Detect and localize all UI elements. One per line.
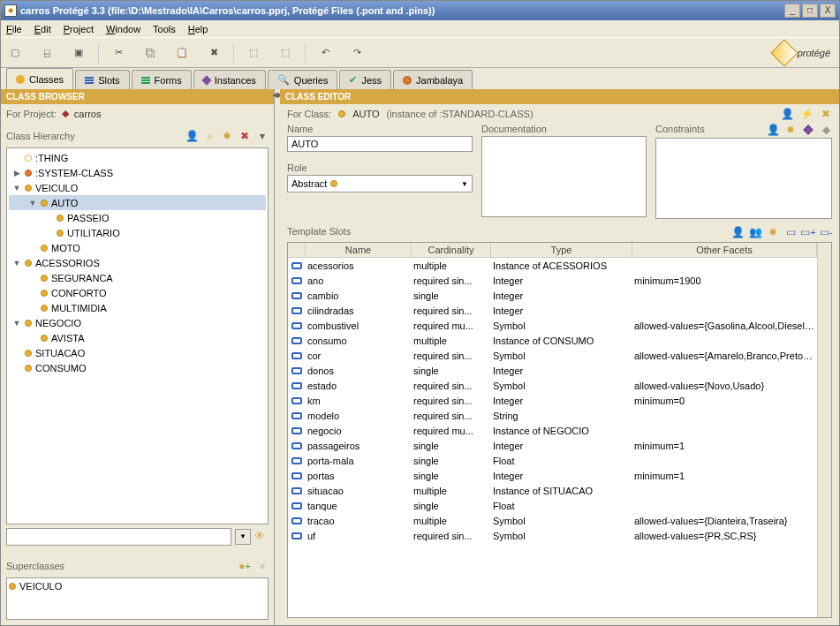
tab-classes[interactable]: Classes — [6, 68, 73, 89]
table-row[interactable]: combustivelrequired mu...Symbolallowed-v… — [288, 318, 817, 333]
save-icon[interactable]: ▣ — [70, 44, 87, 62]
link-tool-icon[interactable]: ⟐ — [203, 130, 216, 142]
tab-slots[interactable]: Slots — [75, 70, 129, 89]
remove-superclass-icon[interactable]: ● — [256, 560, 269, 572]
expand-icon[interactable]: ▼ — [12, 184, 21, 192]
tree-node[interactable]: ▼VEICULO — [9, 180, 266, 195]
tab-jambalaya[interactable]: Jambalaya — [393, 70, 473, 89]
tab-instances[interactable]: Instances — [193, 70, 266, 89]
table-row[interactable]: correquired sin...Symbolallowed-values={… — [288, 348, 817, 363]
tree-node[interactable]: ▼ACESSORIOS — [9, 255, 266, 270]
close-button[interactable]: X — [820, 4, 836, 18]
view-tool-icon[interactable]: 👤 — [781, 108, 793, 120]
new-tool-icon[interactable]: ✸ — [784, 124, 797, 136]
table-row[interactable]: acessoriosmultipleInstance of ACESSORIOS — [288, 258, 817, 273]
redo-icon[interactable]: ↷ — [348, 44, 366, 62]
view-tool-icon[interactable]: 👤 — [731, 226, 744, 238]
view-tool-icon[interactable]: 👤 — [767, 124, 779, 136]
column-type[interactable]: Type — [491, 243, 632, 258]
expand-icon[interactable]: ▼ — [12, 319, 21, 328]
diamond-add-icon[interactable]: ◆ — [820, 124, 832, 136]
copy-icon[interactable]: ⿻ — [141, 44, 159, 62]
bolt-tool-icon[interactable]: ⚡ — [800, 108, 813, 120]
table-row[interactable]: anorequired sin...Integerminimum=1900 — [288, 273, 817, 288]
tab-forms[interactable]: Forms — [132, 70, 192, 89]
menu-window[interactable]: Window — [106, 24, 140, 34]
tree-node[interactable]: MOTO — [9, 240, 266, 255]
maximize-button[interactable]: □ — [802, 4, 818, 18]
table-row[interactable]: tanquesingleFloat — [288, 498, 817, 513]
diamond-tool-icon[interactable] — [802, 124, 814, 136]
table-row[interactable]: estadorequired sin...Symbolallowed-value… — [288, 378, 817, 393]
tab-jess[interactable]: ✔Jess — [339, 70, 391, 89]
titlebar[interactable]: ◆ carros Protégé 3.3 (file:\D:\Mestrado\… — [1, 1, 839, 20]
new-tool-icon[interactable]: ✸ — [767, 226, 779, 238]
table-row[interactable]: tracaomultipleSymbolallowed-values={Dian… — [288, 513, 817, 528]
constraints-list[interactable] — [655, 138, 832, 219]
table-row[interactable]: negociorequired mu...Instance of NEGOCIO — [288, 423, 817, 438]
tree-node[interactable]: CONFORTO — [9, 285, 266, 300]
table-row[interactable]: modelorequired sin...String — [288, 408, 817, 423]
delete-tool-icon[interactable]: ✖ — [238, 130, 251, 142]
close-tool-icon[interactable]: ✖ — [820, 108, 832, 120]
vertical-scrollbar[interactable] — [817, 243, 831, 617]
tree-node[interactable]: ▶:SYSTEM-CLASS — [9, 165, 266, 180]
archive-in-icon[interactable]: ⬚ — [245, 44, 262, 62]
divider[interactable] — [1, 547, 274, 551]
menu-help[interactable]: Help — [188, 24, 208, 34]
slot-tool-icon[interactable]: ▭ — [784, 226, 797, 238]
documentation-input[interactable] — [481, 136, 647, 217]
expand-icon[interactable]: ▼ — [12, 259, 21, 268]
list-item[interactable]: VEICULO — [7, 578, 268, 593]
search-dropdown-button[interactable]: ▼ — [235, 529, 251, 545]
slot-add-icon[interactable]: ▭+ — [802, 226, 814, 238]
new-icon[interactable]: ▢ — [6, 44, 24, 62]
dropdown-icon[interactable]: ▾ — [256, 130, 269, 142]
table-scroll[interactable]: Name Cardinality Type Other Facets acess… — [288, 243, 817, 617]
tab-queries[interactable]: 🔍Queries — [268, 70, 338, 89]
class-tree[interactable]: :THING▶:SYSTEM-CLASS▼VEICULO▼AUTOPASSEIO… — [6, 147, 269, 524]
slot-remove-icon[interactable]: ▭- — [820, 226, 832, 238]
view-pair-icon[interactable]: 👥 — [749, 226, 761, 238]
tree-node[interactable]: AVISTA — [9, 330, 266, 345]
table-row[interactable]: cambiosingleInteger — [288, 288, 817, 303]
table-row[interactable]: passageirossingleIntegerminimum=1 — [288, 438, 817, 453]
table-row[interactable]: consumomultipleInstance of CONSUMO — [288, 333, 817, 348]
paste-icon[interactable]: 📋 — [173, 44, 191, 62]
search-input[interactable] — [6, 528, 231, 546]
binoculars-icon[interactable]: 👁 — [254, 530, 269, 544]
table-row[interactable]: donossingleInteger — [288, 363, 817, 378]
menu-edit[interactable]: Edit — [34, 24, 51, 34]
table-row[interactable]: kmrequired sin...Integerminimum=0 — [288, 393, 817, 408]
archive-out-icon[interactable]: ⬚ — [276, 44, 294, 62]
tree-node[interactable]: ▼AUTO — [9, 195, 266, 210]
menu-file[interactable]: File — [6, 24, 22, 34]
add-superclass-icon[interactable]: ●+ — [238, 560, 251, 572]
tree-node[interactable]: UTILITARIO — [9, 225, 266, 240]
tree-node[interactable]: MULTIMIDIA — [9, 300, 266, 315]
view-tool-icon[interactable]: 👤 — [185, 130, 198, 142]
role-select[interactable]: Abstract ▼ — [287, 175, 473, 192]
tree-node[interactable]: ▼NEGOCIO — [9, 315, 266, 330]
expand-icon[interactable]: ▶ — [12, 169, 21, 177]
menu-tools[interactable]: Tools — [153, 24, 176, 34]
menu-project[interactable]: Project — [64, 24, 94, 34]
undo-icon[interactable]: ↶ — [316, 44, 334, 62]
new-tool-icon[interactable]: ✸ — [221, 130, 233, 142]
tree-node[interactable]: CONSUMO — [9, 360, 266, 375]
open-icon[interactable]: ⌸ — [38, 44, 56, 62]
expand-icon[interactable]: ▼ — [28, 199, 37, 207]
table-row[interactable]: ufrequired sin...Symbolallowed-values={P… — [288, 528, 817, 543]
tree-node[interactable]: PASSEIO — [9, 210, 266, 225]
superclasses-list[interactable]: VEICULO — [6, 577, 269, 620]
tree-node[interactable]: SEGURANCA — [9, 270, 266, 285]
cut-icon[interactable]: ✂ — [110, 44, 127, 62]
tree-node[interactable]: SITUACAO — [9, 345, 266, 360]
column-name[interactable]: Name — [306, 243, 412, 258]
column-cardinality[interactable]: Cardinality — [412, 243, 491, 258]
tree-node[interactable]: :THING — [9, 150, 266, 165]
name-input[interactable] — [287, 136, 473, 152]
delete-icon[interactable]: ✖ — [205, 44, 223, 62]
table-row[interactable]: porta-malasingleFloat — [288, 453, 817, 468]
table-row[interactable]: situacaomultipleInstance of SITUACAO — [288, 483, 817, 498]
